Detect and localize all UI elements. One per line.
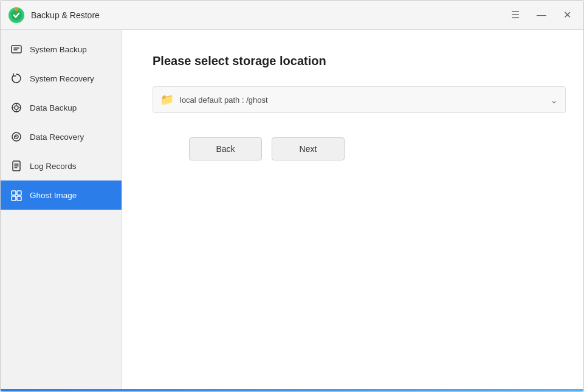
sidebar-item-ghost-image[interactable]: Ghost Image [1, 181, 122, 210]
next-button[interactable]: Next [272, 137, 345, 160]
system-recovery-icon [10, 72, 22, 84]
sidebar-item-log-records[interactable]: Log Records [1, 151, 122, 181]
svg-rect-10 [17, 191, 21, 195]
sidebar-item-data-recovery[interactable]: Data Recovery [1, 122, 122, 151]
svg-rect-9 [12, 191, 16, 195]
system-recovery-label: System Recovery [30, 74, 94, 83]
log-records-icon [10, 160, 22, 172]
page-title: Please select storage location [153, 54, 566, 68]
sidebar-item-data-backup[interactable]: Data Backup [1, 93, 122, 122]
data-recovery-label: Data Recovery [30, 132, 84, 142]
system-backup-label: System Backup [30, 45, 87, 54]
storage-path-text: local default path : /ghost [180, 95, 544, 105]
sidebar-item-system-recovery[interactable]: System Recovery [1, 64, 122, 93]
ghost-image-icon [10, 189, 22, 201]
chevron-down-icon: ⌄ [550, 94, 558, 106]
svg-rect-4 [12, 46, 21, 53]
sidebar: System Backup System Recovery [1, 30, 122, 389]
data-recovery-icon [10, 131, 22, 143]
system-backup-icon [10, 43, 22, 55]
app-window: Backup & Restore ☰ — ✕ System Backup [0, 0, 584, 392]
data-backup-icon [10, 101, 22, 114]
minimize-button[interactable]: — [532, 7, 551, 23]
folder-icon: 📁 [160, 93, 174, 106]
log-records-label: Log Records [30, 162, 77, 171]
close-button[interactable]: ✕ [558, 7, 576, 23]
svg-point-6 [15, 106, 18, 109]
bottom-accent-bar [1, 389, 583, 391]
svg-rect-11 [12, 196, 16, 201]
titlebar: Backup & Restore ☰ — ✕ [1, 1, 583, 30]
sidebar-item-system-backup[interactable]: System Backup [1, 35, 122, 64]
menu-button[interactable]: ☰ [506, 7, 524, 23]
storage-location-dropdown[interactable]: 📁 local default path : /ghost ⌄ [153, 86, 566, 113]
ghost-image-label: Ghost Image [30, 191, 77, 200]
svg-point-3 [16, 8, 18, 10]
app-logo-icon [8, 7, 25, 24]
action-buttons: Back Next [189, 137, 566, 160]
back-button[interactable]: Back [189, 137, 262, 160]
window-controls: ☰ — ✕ [506, 7, 576, 23]
data-backup-label: Data Backup [30, 103, 77, 112]
content-area: System Backup System Recovery [1, 30, 583, 389]
main-content: Please select storage location 📁 local d… [122, 30, 583, 389]
app-title: Backup & Restore [31, 10, 506, 20]
svg-rect-12 [17, 196, 21, 201]
